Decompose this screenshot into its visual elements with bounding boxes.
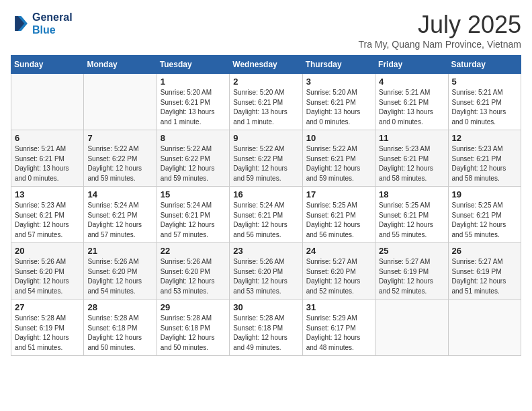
calendar-cell <box>11 74 84 130</box>
day-info: Sunrise: 5:27 AM Sunset: 6:19 PM Dayligh… <box>452 257 517 296</box>
day-number: 11 <box>379 133 444 143</box>
calendar-cell: 30Sunrise: 5:28 AM Sunset: 6:18 PM Dayli… <box>230 300 302 356</box>
calendar-week-1: 1Sunrise: 5:20 AM Sunset: 6:21 PM Daylig… <box>11 74 521 130</box>
day-number: 10 <box>306 133 371 143</box>
calendar-week-2: 6Sunrise: 5:21 AM Sunset: 6:21 PM Daylig… <box>11 130 521 187</box>
day-info: Sunrise: 5:21 AM Sunset: 6:21 PM Dayligh… <box>15 144 80 183</box>
day-info: Sunrise: 5:28 AM Sunset: 6:19 PM Dayligh… <box>15 314 80 353</box>
day-number: 29 <box>161 302 226 312</box>
day-info: Sunrise: 5:23 AM Sunset: 6:21 PM Dayligh… <box>379 144 444 183</box>
calendar-cell: 7Sunrise: 5:22 AM Sunset: 6:22 PM Daylig… <box>84 130 157 187</box>
day-number: 7 <box>87 133 152 143</box>
day-number: 2 <box>233 77 298 87</box>
day-info: Sunrise: 5:26 AM Sunset: 6:20 PM Dayligh… <box>161 257 226 296</box>
day-info: Sunrise: 5:24 AM Sunset: 6:21 PM Dayligh… <box>87 201 152 240</box>
calendar-cell: 15Sunrise: 5:24 AM Sunset: 6:21 PM Dayli… <box>157 187 229 243</box>
calendar-week-5: 27Sunrise: 5:28 AM Sunset: 6:19 PM Dayli… <box>11 300 521 356</box>
day-number: 15 <box>161 189 226 199</box>
day-number: 16 <box>233 189 298 199</box>
day-info: Sunrise: 5:22 AM Sunset: 6:21 PM Dayligh… <box>306 144 371 183</box>
location-subtitle: Tra My, Quang Nam Province, Vietnam <box>359 39 522 50</box>
day-info: Sunrise: 5:22 AM Sunset: 6:22 PM Dayligh… <box>233 144 298 183</box>
logo-text: General Blue <box>32 11 73 36</box>
day-number: 5 <box>452 77 517 87</box>
calendar-cell: 25Sunrise: 5:27 AM Sunset: 6:19 PM Dayli… <box>375 243 448 300</box>
day-info: Sunrise: 5:24 AM Sunset: 6:21 PM Dayligh… <box>161 201 226 240</box>
calendar-cell: 19Sunrise: 5:25 AM Sunset: 6:21 PM Dayli… <box>448 187 521 243</box>
weekday-header-tuesday: Tuesday <box>157 56 229 74</box>
logo-icon <box>11 14 30 33</box>
weekday-header-thursday: Thursday <box>302 56 375 74</box>
weekday-header-saturday: Saturday <box>448 56 521 74</box>
day-number: 13 <box>15 189 80 199</box>
weekday-header-friday: Friday <box>375 56 448 74</box>
day-number: 1 <box>161 77 226 87</box>
calendar-cell: 24Sunrise: 5:27 AM Sunset: 6:20 PM Dayli… <box>302 243 375 300</box>
day-info: Sunrise: 5:20 AM Sunset: 6:21 PM Dayligh… <box>233 88 298 127</box>
calendar-cell: 28Sunrise: 5:28 AM Sunset: 6:18 PM Dayli… <box>84 300 157 356</box>
day-info: Sunrise: 5:25 AM Sunset: 6:21 PM Dayligh… <box>452 201 517 240</box>
day-info: Sunrise: 5:22 AM Sunset: 6:22 PM Dayligh… <box>161 144 226 183</box>
day-number: 23 <box>233 246 298 256</box>
day-info: Sunrise: 5:26 AM Sunset: 6:20 PM Dayligh… <box>233 257 298 296</box>
calendar-cell: 22Sunrise: 5:26 AM Sunset: 6:20 PM Dayli… <box>157 243 229 300</box>
day-info: Sunrise: 5:29 AM Sunset: 6:17 PM Dayligh… <box>306 314 371 353</box>
day-info: Sunrise: 5:20 AM Sunset: 6:21 PM Dayligh… <box>306 88 371 127</box>
weekday-header-sunday: Sunday <box>11 56 84 74</box>
calendar-cell: 23Sunrise: 5:26 AM Sunset: 6:20 PM Dayli… <box>230 243 302 300</box>
day-number: 19 <box>452 189 517 199</box>
calendar-cell <box>84 74 157 130</box>
day-number: 20 <box>15 246 80 256</box>
day-number: 27 <box>15 302 80 312</box>
calendar-cell: 10Sunrise: 5:22 AM Sunset: 6:21 PM Dayli… <box>302 130 375 187</box>
calendar-cell: 20Sunrise: 5:26 AM Sunset: 6:20 PM Dayli… <box>11 243 84 300</box>
calendar-cell: 12Sunrise: 5:23 AM Sunset: 6:21 PM Dayli… <box>448 130 521 187</box>
day-info: Sunrise: 5:21 AM Sunset: 6:21 PM Dayligh… <box>452 88 517 127</box>
calendar-cell: 16Sunrise: 5:24 AM Sunset: 6:21 PM Dayli… <box>230 187 302 243</box>
calendar-cell: 13Sunrise: 5:23 AM Sunset: 6:21 PM Dayli… <box>11 187 84 243</box>
day-info: Sunrise: 5:25 AM Sunset: 6:21 PM Dayligh… <box>306 201 371 240</box>
calendar-cell: 6Sunrise: 5:21 AM Sunset: 6:21 PM Daylig… <box>11 130 84 187</box>
day-info: Sunrise: 5:27 AM Sunset: 6:19 PM Dayligh… <box>379 257 444 296</box>
day-info: Sunrise: 5:23 AM Sunset: 6:21 PM Dayligh… <box>452 144 517 183</box>
day-info: Sunrise: 5:21 AM Sunset: 6:21 PM Dayligh… <box>379 88 444 127</box>
calendar-cell: 17Sunrise: 5:25 AM Sunset: 6:21 PM Dayli… <box>302 187 375 243</box>
calendar-week-4: 20Sunrise: 5:26 AM Sunset: 6:20 PM Dayli… <box>11 243 521 300</box>
weekday-header-monday: Monday <box>84 56 157 74</box>
day-number: 30 <box>233 302 298 312</box>
day-info: Sunrise: 5:27 AM Sunset: 6:20 PM Dayligh… <box>306 257 371 296</box>
day-number: 6 <box>15 133 80 143</box>
day-number: 24 <box>306 246 371 256</box>
calendar-cell: 5Sunrise: 5:21 AM Sunset: 6:21 PM Daylig… <box>448 74 521 130</box>
day-info: Sunrise: 5:24 AM Sunset: 6:21 PM Dayligh… <box>233 201 298 240</box>
day-number: 8 <box>161 133 226 143</box>
weekday-header-row: SundayMondayTuesdayWednesdayThursdayFrid… <box>11 56 521 74</box>
calendar-cell: 18Sunrise: 5:25 AM Sunset: 6:21 PM Dayli… <box>375 187 448 243</box>
day-info: Sunrise: 5:20 AM Sunset: 6:21 PM Dayligh… <box>161 88 226 127</box>
calendar-cell: 21Sunrise: 5:26 AM Sunset: 6:20 PM Dayli… <box>84 243 157 300</box>
calendar-cell: 29Sunrise: 5:28 AM Sunset: 6:18 PM Dayli… <box>157 300 229 356</box>
weekday-header-wednesday: Wednesday <box>230 56 302 74</box>
day-number: 25 <box>379 246 444 256</box>
day-number: 17 <box>306 189 371 199</box>
day-number: 3 <box>306 77 371 87</box>
day-info: Sunrise: 5:25 AM Sunset: 6:21 PM Dayligh… <box>379 201 444 240</box>
day-number: 22 <box>161 246 226 256</box>
calendar-cell: 14Sunrise: 5:24 AM Sunset: 6:21 PM Dayli… <box>84 187 157 243</box>
day-info: Sunrise: 5:28 AM Sunset: 6:18 PM Dayligh… <box>161 314 226 353</box>
day-number: 14 <box>87 189 152 199</box>
calendar-cell: 27Sunrise: 5:28 AM Sunset: 6:19 PM Dayli… <box>11 300 84 356</box>
calendar-cell: 1Sunrise: 5:20 AM Sunset: 6:21 PM Daylig… <box>157 74 229 130</box>
calendar-cell: 3Sunrise: 5:20 AM Sunset: 6:21 PM Daylig… <box>302 74 375 130</box>
day-number: 9 <box>233 133 298 143</box>
month-year-title: July 2025 <box>359 11 522 39</box>
calendar-cell <box>448 300 521 356</box>
day-number: 26 <box>452 246 517 256</box>
day-number: 21 <box>87 246 152 256</box>
day-info: Sunrise: 5:22 AM Sunset: 6:22 PM Dayligh… <box>87 144 152 183</box>
calendar-cell: 8Sunrise: 5:22 AM Sunset: 6:22 PM Daylig… <box>157 130 229 187</box>
calendar-cell: 31Sunrise: 5:29 AM Sunset: 6:17 PM Dayli… <box>302 300 375 356</box>
day-info: Sunrise: 5:28 AM Sunset: 6:18 PM Dayligh… <box>87 314 152 353</box>
calendar-cell: 11Sunrise: 5:23 AM Sunset: 6:21 PM Dayli… <box>375 130 448 187</box>
calendar-week-3: 13Sunrise: 5:23 AM Sunset: 6:21 PM Dayli… <box>11 187 521 243</box>
